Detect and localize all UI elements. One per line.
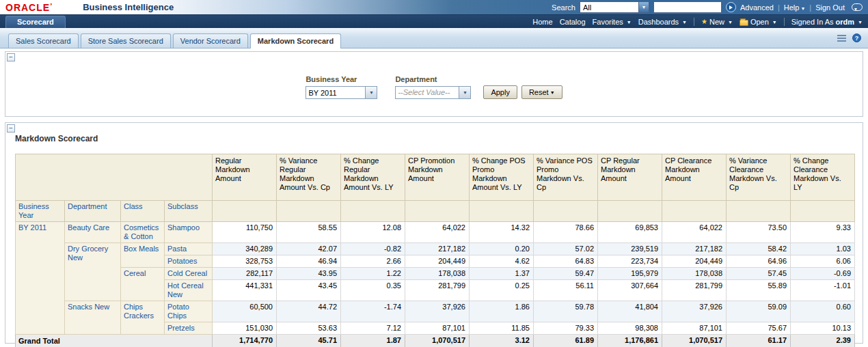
- column-header: % Change Clearance Markdown Vs. LY: [791, 154, 855, 201]
- measure-value-cell: 307,664: [598, 280, 662, 301]
- business-year-input[interactable]: [306, 87, 365, 98]
- pivot-body: BY 2011Beauty CareCosmetics & CottonSham…: [16, 222, 855, 335]
- divider: [694, 18, 694, 26]
- help-menu[interactable]: Help▼: [784, 3, 806, 12]
- chevron-down-icon[interactable]: ▼: [365, 87, 377, 98]
- measure-value-cell: 281,799: [662, 280, 727, 301]
- page-options-icon[interactable]: [837, 34, 846, 42]
- business-year-label: Business Year: [306, 75, 377, 83]
- measure-value-cell: 37,926: [405, 301, 470, 322]
- tab-icons: ?: [837, 33, 861, 42]
- advanced-link[interactable]: Advanced: [740, 3, 774, 12]
- class-cell[interactable]: Cosmetics & Cotton: [121, 222, 165, 243]
- grand-total-value: 1,714,770: [213, 335, 277, 347]
- measure-value-cell: 60,500: [213, 301, 277, 322]
- nav-open[interactable]: Open▼: [740, 18, 777, 26]
- collapse-button[interactable]: −: [7, 53, 15, 61]
- measure-value-cell: 204,449: [405, 255, 470, 268]
- subclass-cell[interactable]: Pretzels: [165, 322, 213, 335]
- nav-new[interactable]: ★New▼: [701, 18, 733, 26]
- department-cell[interactable]: Snacks New: [65, 301, 121, 335]
- column-header: % Change POS Promo Markdown Amount Vs. L…: [470, 154, 534, 201]
- prompts-panel: − Business Year ▼ Department --Select Va…: [5, 51, 863, 117]
- column-header: % Change Regular Markdown Amount Vs. LY: [341, 154, 405, 201]
- measure-value-cell: 2.66: [341, 255, 405, 268]
- row-header-label: Business Year: [16, 201, 65, 222]
- search-go-button[interactable]: [726, 2, 736, 12]
- measure-value-cell: 441,331: [213, 280, 277, 301]
- department-cell[interactable]: Dry Grocery New: [65, 243, 121, 301]
- nav-links: Home Catalog Favorites▼ Dashboards▼ ★New…: [532, 18, 863, 28]
- nav-home[interactable]: Home: [532, 18, 552, 26]
- measure-value-cell: 178,038: [405, 268, 470, 280]
- tab-store-sales-scorecard[interactable]: Store Sales Scorecard: [81, 33, 171, 48]
- empty-header-cell: [213, 201, 277, 222]
- report-panel: − Markdown Scorecard Regular Markdown Am…: [5, 122, 863, 344]
- department-combo[interactable]: --Select Value-- ▼: [395, 86, 471, 99]
- search-scope-value: All: [580, 3, 638, 12]
- help-icon[interactable]: ?: [852, 33, 861, 42]
- user-name: ordm: [836, 18, 855, 26]
- sign-out-link[interactable]: Sign Out: [815, 3, 845, 12]
- nav-dashboards[interactable]: Dashboards▼: [638, 18, 687, 26]
- business-year-combo[interactable]: ▼: [306, 86, 377, 99]
- measure-value-cell: 9.33: [791, 222, 855, 243]
- reset-label: Reset: [529, 88, 549, 96]
- measure-value-cell: 1.22: [341, 268, 405, 280]
- search-scope-select[interactable]: All ▼: [580, 1, 649, 13]
- nav-favorites[interactable]: Favorites▼: [593, 18, 632, 26]
- chat-bubble-icon[interactable]: [852, 3, 863, 11]
- section-navbar: Scorecard Home Catalog Favorites▼ Dashbo…: [0, 15, 868, 28]
- subclass-cell[interactable]: Potato Chips: [165, 301, 213, 322]
- chevron-down-icon: ▼: [800, 6, 805, 11]
- measure-value-cell: 42.07: [277, 243, 341, 255]
- apply-button[interactable]: Apply: [483, 85, 517, 99]
- grand-total-value: 1,070,517: [405, 335, 470, 347]
- department-placeholder: --Select Value--: [396, 87, 459, 98]
- department-cell[interactable]: Beauty Care: [65, 222, 121, 243]
- measure-value-cell: 53.63: [277, 322, 341, 335]
- subclass-cell[interactable]: Cold Cereal: [165, 268, 213, 280]
- measure-value-cell: -0.82: [341, 243, 405, 255]
- measure-value-cell: 0.35: [341, 280, 405, 301]
- row-header-label: Subclass: [165, 201, 213, 222]
- chevron-down-icon: ▼: [772, 20, 777, 25]
- tab-markdown-scorecard[interactable]: Markdown Scorecard: [250, 33, 341, 48]
- class-cell[interactable]: Box Meals: [121, 243, 165, 268]
- subclass-cell[interactable]: Pasta: [165, 243, 213, 255]
- grand-total-value: 61.17: [727, 335, 791, 347]
- grand-total-value: 1,176,861: [598, 335, 662, 347]
- row-header-label: Department: [65, 201, 121, 222]
- signed-in-as[interactable]: Signed In Asordm▼: [791, 18, 863, 26]
- measure-value-cell: 75.67: [727, 322, 791, 335]
- table-row: CerealCold Cereal282,11743.951.22178,038…: [16, 268, 855, 280]
- measure-value-cell: 0.20: [470, 243, 534, 255]
- scorecard-section-tab[interactable]: Scorecard: [5, 16, 66, 28]
- search-input[interactable]: [653, 1, 722, 13]
- subclass-cell[interactable]: Hot Cereal New: [165, 280, 213, 301]
- measure-value-cell: 1.37: [470, 268, 534, 280]
- tab-sales-scorecard[interactable]: Sales Scorecard: [8, 33, 79, 48]
- subclass-cell[interactable]: Potatoes: [165, 255, 213, 268]
- empty-header-cell: [791, 201, 855, 222]
- reset-button[interactable]: Reset▼: [521, 85, 562, 99]
- empty-header-cell: [470, 201, 534, 222]
- measure-value-cell: 204,449: [662, 255, 727, 268]
- business-year-cell[interactable]: BY 2011: [16, 222, 65, 335]
- nav-favorites-label: Favorites: [593, 18, 623, 26]
- class-cell[interactable]: Cereal: [121, 268, 165, 301]
- nav-catalog[interactable]: Catalog: [560, 18, 586, 26]
- tab-vendor-scorecard[interactable]: Vendor Scorecard: [173, 33, 248, 48]
- measure-value-cell: 46.94: [277, 255, 341, 268]
- subclass-cell[interactable]: Shampoo: [165, 222, 213, 243]
- oracle-logo: ORACLE: [5, 2, 53, 13]
- chevron-down-icon: ▼: [550, 90, 555, 95]
- signed-in-as-label: Signed In As: [791, 18, 834, 26]
- chevron-down-icon[interactable]: ▼: [459, 87, 470, 98]
- department-prompt: Department --Select Value-- ▼: [395, 75, 471, 99]
- class-cell[interactable]: Chips Crackers: [121, 301, 165, 335]
- business-year-prompt: Business Year ▼: [306, 75, 377, 99]
- collapse-button[interactable]: −: [7, 124, 15, 133]
- measure-value-cell: 4.62: [470, 255, 534, 268]
- table-row: Dry Grocery NewBox MealsPasta340,28942.0…: [16, 243, 855, 255]
